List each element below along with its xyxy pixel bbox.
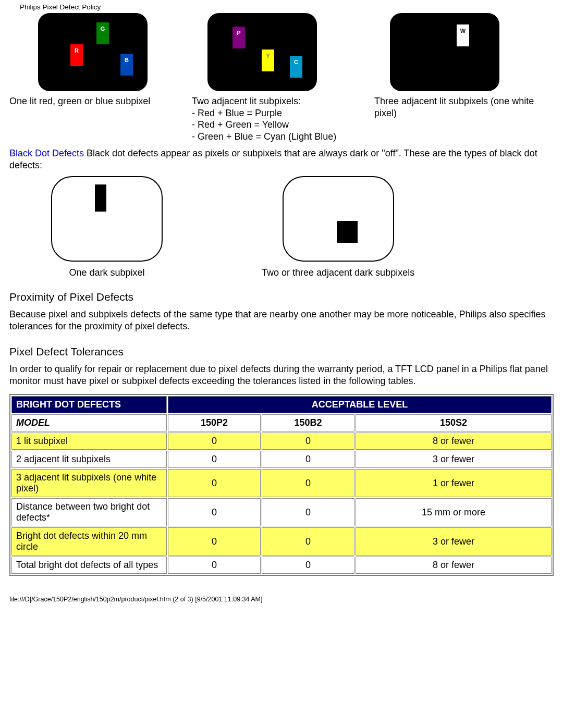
table-row: 1 lit subpixel008 or fewer — [11, 433, 552, 450]
subpixel-r-icon: R — [70, 44, 83, 66]
row-value: 0 — [168, 498, 261, 526]
row-value: 0 — [262, 498, 354, 526]
caption-3: Three adjacent lit subpixels (one white … — [374, 95, 549, 119]
page-header: Philips Pixel Defect Policy — [20, 3, 554, 11]
table-row: Bright dot defects within 20 mm circle00… — [11, 527, 552, 556]
monitor-white-icon: W — [390, 13, 499, 91]
tolerances-text: In order to qualify for repair or replac… — [9, 363, 554, 387]
dark-caption-2: Two or three adjacent dark subpixels — [262, 267, 414, 278]
tolerances-heading: Pixel Defect Tolerances — [9, 346, 554, 358]
caption-1: One lit red, green or blue subpixel — [9, 95, 185, 107]
row-value: 8 or fewer — [356, 557, 552, 574]
monitor-pyc-icon: PYC — [207, 13, 317, 91]
proximity-text: Because pixel and subpixels defects of t… — [9, 309, 554, 332]
row-label: Total bright dot defects of all types — [11, 557, 167, 574]
subpixel-g-icon: G — [96, 22, 109, 44]
table-row: 2 adjacent lit subpixels003 or fewer — [11, 451, 552, 468]
dark-caption-1: One dark subpixel — [51, 267, 163, 278]
row-value: 3 or fewer — [356, 451, 552, 468]
caption-2-line-0: - Red + Blue = Purple — [192, 108, 282, 118]
caption-2-line-1: - Red + Green = Yellow — [192, 119, 289, 130]
subpixel-w-icon: W — [457, 24, 469, 46]
table-header-left: BRIGHT DOT DEFECTS — [11, 396, 167, 413]
subpixel-y-icon: Y — [262, 50, 274, 71]
caption-2: Two adjacent lit subpixels: - Red + Blue… — [192, 95, 367, 142]
row-value: 0 — [168, 557, 261, 574]
row-value: 0 — [168, 433, 261, 450]
defects-table: BRIGHT DOT DEFECTS ACCEPTABLE LEVEL MODE… — [9, 394, 554, 576]
row-value: 15 mm or more — [356, 498, 552, 526]
row-value: 0 — [168, 451, 261, 468]
row-label: Bright dot defects within 20 mm circle — [11, 527, 167, 556]
row-label: Distance between two bright dot defects* — [11, 498, 167, 526]
row-value: 0 — [168, 527, 261, 556]
row-label: 3 adjacent lit subpixels (one white pixe… — [11, 469, 167, 497]
dark-pixel-block-icon — [337, 221, 358, 243]
model-2: 150S2 — [356, 414, 552, 431]
black-dot-text: Black dot defects appear as pixels or su… — [9, 148, 537, 170]
row-value: 0 — [262, 527, 354, 556]
page-footer: file:///D|/Grace/150P2/english/150p2m/pr… — [9, 596, 554, 603]
caption-2-title: Two adjacent lit subpixels: — [192, 96, 301, 106]
bright-col-2: PYC Two adjacent lit subpixels: - Red + … — [189, 13, 371, 142]
row-label: 1 lit subpixel — [11, 433, 167, 450]
row-value: 1 or fewer — [356, 469, 552, 497]
model-label: MODEL — [11, 414, 167, 431]
table-header-right: ACCEPTABLE LEVEL — [168, 396, 552, 413]
black-dot-term: Black Dot Defects — [9, 148, 84, 158]
monitor-dark-multi-icon — [283, 176, 394, 262]
dark-col-1: One dark subpixel — [51, 176, 163, 278]
subpixel-b-icon: B — [120, 54, 133, 76]
row-label: 2 adjacent lit subpixels — [11, 451, 167, 468]
table-row: Distance between two bright dot defects*… — [11, 498, 552, 526]
row-value: 0 — [262, 433, 354, 450]
caption-2-line-2: - Green + Blue = Cyan (Light Blue) — [192, 131, 336, 142]
table-row: Total bright dot defects of all types008… — [11, 557, 552, 574]
model-1: 150B2 — [262, 414, 354, 431]
proximity-heading: Proximity of Pixel Defects — [9, 291, 554, 303]
row-value: 0 — [262, 469, 354, 497]
black-dot-paragraph: Black Dot Defects Black dot defects appe… — [9, 147, 554, 171]
subpixel-p-icon: P — [232, 27, 245, 48]
bright-dot-illustrations: RGB One lit red, green or blue subpixel … — [9, 13, 554, 142]
monitor-rgb-icon: RGB — [38, 13, 148, 91]
row-value: 0 — [168, 469, 261, 497]
row-value: 0 — [262, 557, 354, 574]
dark-subpixel-icon — [95, 184, 106, 212]
table-row: 3 adjacent lit subpixels (one white pixe… — [11, 469, 552, 497]
row-value: 0 — [262, 451, 354, 468]
model-0: 150P2 — [168, 414, 261, 431]
row-value: 8 or fewer — [356, 433, 552, 450]
subpixel-c-icon: C — [290, 56, 302, 78]
row-value: 3 or fewer — [356, 527, 552, 556]
bright-col-1: RGB One lit red, green or blue subpixel — [9, 13, 189, 142]
dark-col-2: Two or three adjacent dark subpixels — [262, 176, 414, 278]
monitor-dark-one-icon — [51, 176, 163, 262]
bright-col-3: W Three adjacent lit subpixels (one whit… — [371, 13, 554, 142]
dark-dot-illustrations: One dark subpixel Two or three adjacent … — [51, 176, 554, 278]
